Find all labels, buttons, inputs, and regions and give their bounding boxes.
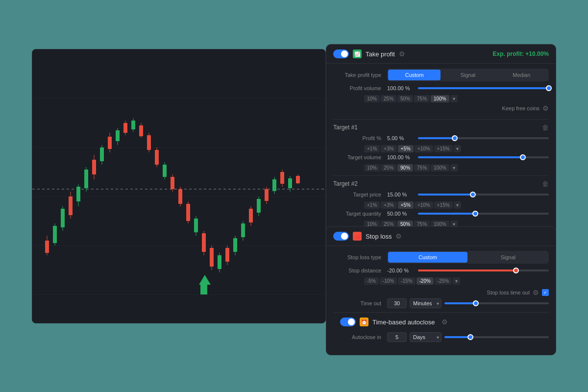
target2-price-row: Target price 15.00 %	[333, 192, 549, 197]
sl-more[interactable]: ▾	[453, 277, 460, 285]
preset-75[interactable]: 75%	[414, 95, 430, 102]
svg-rect-50	[210, 248, 214, 267]
t1p-10[interactable]: +10%	[415, 145, 433, 152]
svg-rect-62	[257, 199, 261, 213]
stop-loss-settings-icon[interactable]: ⚙	[395, 232, 402, 240]
preset-50[interactable]: 50%	[397, 95, 413, 102]
stop-loss-toggle[interactable]	[333, 232, 349, 241]
sl-type-signal[interactable]: Signal	[468, 252, 548, 263]
t2p-15[interactable]: +15%	[434, 201, 453, 209]
t2p-more[interactable]: ▾	[454, 201, 461, 209]
profit-volume-slider: 100.00 %	[387, 85, 549, 91]
target2-price-label: Target price	[333, 192, 387, 197]
target1-volume-value: 100.00 %	[387, 154, 414, 160]
type-btn-median[interactable]: Median	[495, 70, 548, 80]
autoclose-slider-thumb[interactable]	[467, 334, 473, 340]
t1v-75[interactable]: 75%	[414, 164, 430, 172]
target1-profit-track[interactable]	[418, 137, 549, 139]
timeout-slider-thumb[interactable]	[473, 300, 479, 306]
t2p-10[interactable]: +10%	[415, 201, 433, 209]
target1-profit-thumb[interactable]	[452, 135, 458, 141]
sl-timeout-settings[interactable]: ⚙	[533, 289, 539, 296]
t1v-25[interactable]: 25%	[381, 164, 396, 172]
target1-volume-content: 100.00 %	[387, 154, 549, 160]
svg-rect-66	[272, 179, 276, 191]
timeout-unit[interactable]: Minutes Hours Days	[410, 298, 441, 308]
preset-more[interactable]: ▾	[450, 95, 458, 102]
sl-distance-row: Stop distance -20.00 %	[333, 268, 549, 273]
t1p-15[interactable]: +15%	[434, 145, 453, 152]
sl-5[interactable]: -5%	[364, 277, 379, 285]
target2-price-track[interactable]	[418, 194, 549, 196]
target1-volume-slider: 100.00 %	[387, 154, 549, 160]
preset-100[interactable]: 100%	[431, 95, 449, 102]
sl-timeout-checkbox[interactable]: ✓	[542, 289, 549, 296]
target2-qty-thumb[interactable]	[472, 211, 478, 217]
target1-volume-thumb[interactable]	[520, 154, 526, 160]
sl-type-row: Stop loss type Custom Signal	[333, 251, 549, 264]
profit-volume-track[interactable]	[418, 87, 549, 89]
svg-rect-10	[53, 226, 57, 243]
sl-10[interactable]: -10%	[380, 277, 397, 285]
target2-price-slider: 15.00 %	[387, 192, 549, 197]
t1v-more[interactable]: ▾	[450, 164, 458, 172]
sl-20[interactable]: -20%	[416, 277, 434, 285]
svg-rect-30	[131, 121, 135, 129]
target1-volume-row: Target volume 100.00 %	[333, 154, 549, 160]
t1p-more[interactable]: ▾	[454, 145, 461, 152]
preset-25[interactable]: 25%	[381, 95, 396, 102]
stop-loss-title: Stop loss	[366, 233, 392, 240]
svg-rect-52	[218, 255, 221, 269]
t1v-10[interactable]: 10%	[364, 164, 380, 172]
autoclose-toggle[interactable]	[340, 318, 356, 326]
svg-rect-12	[61, 209, 65, 227]
sl-distance-thumb[interactable]	[513, 268, 519, 273]
timeout-slider-track[interactable]	[444, 302, 549, 304]
t1p-1[interactable]: +1%	[364, 145, 380, 152]
svg-rect-34	[147, 135, 151, 150]
t1v-90[interactable]: 90%	[397, 164, 413, 172]
t1v-100[interactable]: 100%	[431, 164, 449, 172]
preset-10[interactable]: 10%	[364, 95, 380, 102]
target2-qty-fill	[418, 213, 475, 215]
type-btn-signal[interactable]: Signal	[441, 70, 494, 80]
profit-volume-thumb[interactable]	[546, 85, 552, 91]
sl-distance-track[interactable]	[418, 270, 549, 271]
t1p-5[interactable]: +5%	[398, 145, 414, 152]
exp-profit: Exp. profit: +10.00%	[493, 50, 549, 57]
sl-type-selector: Custom Signal	[387, 251, 549, 264]
sl-distance-value: -20.00 %	[387, 268, 414, 273]
svg-rect-60	[249, 209, 253, 222]
t2p-1[interactable]: +1%	[364, 201, 380, 209]
timeout-value[interactable]	[387, 298, 407, 308]
take-profit-settings-icon[interactable]: ⚙	[399, 50, 405, 58]
chart-area	[32, 49, 325, 323]
target1-volume-track[interactable]	[418, 156, 549, 158]
autoclose-value[interactable]	[387, 332, 407, 342]
t1p-3[interactable]: +3%	[381, 145, 396, 152]
type-btn-custom[interactable]: Custom	[388, 70, 441, 80]
autoclose-settings-icon[interactable]: ⚙	[441, 318, 448, 326]
type-row: Take profit type Custom Signal Median	[333, 69, 549, 81]
profit-volume-label: Profit volume	[333, 85, 387, 91]
target1-volume-label: Target volume	[333, 154, 387, 160]
take-profit-toggle[interactable]	[333, 49, 349, 58]
keep-free-coins-icon[interactable]: ⚙	[542, 104, 549, 112]
svg-rect-54	[225, 248, 229, 262]
target2-price-thumb[interactable]	[470, 192, 476, 197]
target2-qty-track[interactable]	[418, 213, 549, 215]
autoclose-slider-track[interactable]	[444, 336, 549, 338]
take-profit-header-left: 📈 Take profit ⚙	[333, 49, 405, 58]
target1-delete[interactable]: 🗑	[542, 123, 549, 131]
autoclose-unit[interactable]: Days Hours Minutes	[410, 332, 441, 342]
sl-15[interactable]: -15%	[398, 277, 415, 285]
t2p-5[interactable]: +5%	[398, 201, 414, 209]
target2-delete[interactable]: 🗑	[542, 180, 549, 188]
sl-25[interactable]: -25%	[435, 277, 452, 285]
sl-presets: -5% -10% -15% -20% -25% ▾	[333, 277, 549, 285]
candlestick-chart	[32, 49, 326, 323]
svg-rect-14	[69, 196, 73, 215]
t2p-3[interactable]: +3%	[381, 201, 396, 209]
sl-type-custom[interactable]: Custom	[388, 252, 467, 263]
timeout-label: Time out	[333, 300, 387, 306]
